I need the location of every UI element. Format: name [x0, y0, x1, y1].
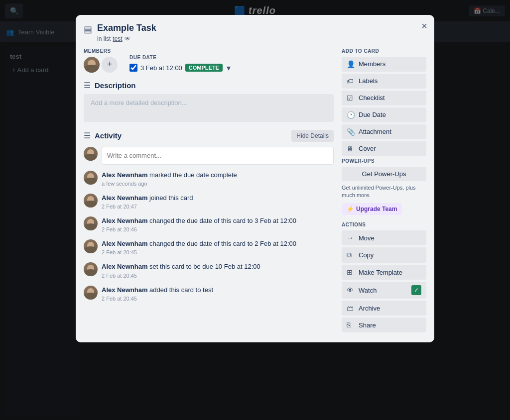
- watch-btn-label: Watch: [359, 287, 377, 294]
- share-button[interactable]: ⎘ Share: [342, 317, 426, 332]
- add-member-button[interactable]: +: [102, 57, 118, 73]
- activity-user: Alex Newnham: [102, 286, 147, 294]
- due-date-checkbox[interactable]: [129, 64, 137, 72]
- close-button[interactable]: ×: [421, 21, 427, 31]
- activity-user: Alex Newnham: [102, 171, 147, 179]
- description-placeholder: Add a more detailed description...: [91, 99, 187, 106]
- activity-time: a few seconds ago: [102, 181, 334, 187]
- share-icon: ⎘: [347, 321, 355, 329]
- due-date-dropdown[interactable]: ▾: [226, 63, 232, 73]
- archive-button[interactable]: 🗃 Archive: [342, 301, 426, 315]
- description-area[interactable]: Add a more detailed description...: [84, 94, 334, 122]
- comment-avatar: [84, 147, 98, 161]
- cover-icon: 🖥: [347, 145, 355, 153]
- due-date-text: 3 Feb at 12:00: [140, 64, 182, 72]
- activity-action: joined this card: [149, 194, 193, 202]
- checklist-button[interactable]: ☑ Checklist: [342, 91, 426, 105]
- description-section: ☰ Description Add a more detailed descri…: [84, 81, 334, 122]
- activity-header: ☰ Activity Hide Details: [84, 130, 334, 142]
- due-date-label: DUE DATE: [129, 55, 232, 60]
- members-label: MEMBERS: [84, 48, 118, 54]
- modal-header-content: Example Task in list test 👁: [97, 23, 156, 42]
- members-row: +: [84, 57, 118, 73]
- get-powerups-button[interactable]: Get Power-Ups: [342, 167, 426, 181]
- activity-list: Alex Newnham marked the due date complet…: [84, 171, 334, 302]
- powerups-section: POWER-UPS Get Power-Ups Get unlimited Po…: [342, 158, 426, 215]
- activity-avatar: [84, 239, 98, 253]
- activity-header-left: ☰ Activity: [84, 131, 122, 140]
- description-icon: ☰: [84, 81, 91, 90]
- archive-icon: 🗃: [347, 304, 355, 312]
- activity-time: 2 Feb at 20:45: [102, 249, 334, 255]
- make-template-button[interactable]: ⊞ Make Template: [342, 265, 426, 280]
- complete-badge: COMPLETE: [185, 64, 223, 72]
- activity-item: Alex Newnham added this card to test 2 F…: [84, 286, 334, 302]
- activity-content: Alex Newnham marked the due date complet…: [102, 171, 334, 187]
- watch-button[interactable]: 👁 Watch ✓: [342, 282, 426, 299]
- activity-avatar: [84, 216, 98, 230]
- activity-content: Alex Newnham added this card to test 2 F…: [102, 286, 334, 302]
- move-button[interactable]: → Move: [342, 230, 426, 245]
- activity-action: marked the due date complete: [149, 171, 237, 179]
- activity-time: 2 Feb at 20:46: [102, 226, 334, 232]
- activity-action: changed the due date of this card to 2 F…: [149, 240, 296, 247]
- activity-section: ☰ Activity Hide Details: [84, 130, 334, 302]
- powerups-title: POWER-UPS: [342, 158, 426, 164]
- card-meta: MEMBERS + DUE DATE 3 Feb at 12:00 COMPLE…: [84, 48, 334, 73]
- upgrade-team-button[interactable]: ⚡ Upgrade Team: [342, 203, 402, 215]
- activity-action: added this card to test: [149, 286, 213, 294]
- modal-header: ▤ Example Task in list test 👁: [84, 23, 426, 42]
- activity-user: Alex Newnham: [102, 263, 147, 270]
- copy-icon: ⧉: [347, 251, 355, 259]
- labels-icon: 🏷: [347, 77, 355, 85]
- modal-main: MEMBERS + DUE DATE 3 Feb at 12:00 COMPLE…: [84, 48, 334, 335]
- due-date-button[interactable]: 🕐 Due Date: [342, 107, 426, 122]
- due-date-row: 3 Feb at 12:00 COMPLETE ▾: [129, 63, 232, 73]
- archive-btn-label: Archive: [359, 305, 380, 312]
- hide-details-button[interactable]: Hide Details: [291, 130, 334, 142]
- activity-text: Alex Newnham changed the due date of thi…: [102, 239, 334, 248]
- activity-avatar: [84, 171, 98, 185]
- list-link[interactable]: test: [113, 35, 122, 42]
- cover-btn-label: Cover: [359, 145, 376, 152]
- attachment-button[interactable]: 📎 Attachment: [342, 124, 426, 139]
- activity-avatar: [84, 262, 98, 276]
- checklist-icon: ☑: [347, 94, 355, 102]
- activity-title: Activity: [95, 131, 122, 140]
- in-list-text: in list: [97, 35, 111, 42]
- description-title: Description: [95, 81, 136, 90]
- powerups-desc: Get unlimited Power-Ups, plus much more.: [342, 184, 426, 200]
- comment-input[interactable]: [102, 147, 334, 165]
- copy-btn-label: Copy: [359, 251, 374, 259]
- labels-button[interactable]: 🏷 Labels: [342, 74, 426, 89]
- activity-avatar: [84, 194, 98, 208]
- attachment-icon: 📎: [347, 128, 355, 136]
- modal-overlay: × ▤ Example Task in list test 👁 MEMBERS: [0, 0, 510, 420]
- description-header: ☰ Description: [84, 81, 334, 90]
- members-section: MEMBERS +: [84, 48, 118, 73]
- upgrade-icon: ⚡: [347, 206, 354, 212]
- template-icon: ⊞: [347, 268, 355, 276]
- due-date-icon: 🕐: [347, 111, 355, 119]
- actions-title: ACTIONS: [342, 222, 426, 227]
- activity-action: changed the due date of this card to 3 F…: [149, 217, 296, 224]
- activity-content: Alex Newnham changed the due date of thi…: [102, 239, 334, 255]
- card-title[interactable]: Example Task: [97, 23, 156, 34]
- attachment-btn-label: Attachment: [359, 128, 391, 135]
- card-subtitle: in list test 👁: [97, 35, 156, 42]
- move-icon: →: [347, 234, 355, 242]
- share-btn-label: Share: [359, 321, 376, 329]
- make-template-btn-label: Make Template: [359, 269, 402, 276]
- activity-content: Alex Newnham changed the due date of thi…: [102, 216, 334, 232]
- activity-content: Alex Newnham joined this card 2 Feb at 2…: [102, 194, 334, 210]
- copy-button[interactable]: ⧉ Copy: [342, 247, 426, 263]
- add-to-card-title: ADD TO CARD: [342, 48, 426, 54]
- members-button[interactable]: 👤 Members: [342, 57, 426, 72]
- cover-button[interactable]: 🖥 Cover: [342, 141, 426, 156]
- activity-avatar: [84, 286, 98, 300]
- activity-text: Alex Newnham changed the due date of thi…: [102, 216, 334, 225]
- modal-sidebar: ADD TO CARD 👤 Members 🏷 Labels ☑ Checkli…: [342, 48, 426, 335]
- activity-text: Alex Newnham added this card to test: [102, 286, 334, 295]
- checklist-btn-label: Checklist: [359, 94, 385, 102]
- activity-user: Alex Newnham: [102, 240, 147, 247]
